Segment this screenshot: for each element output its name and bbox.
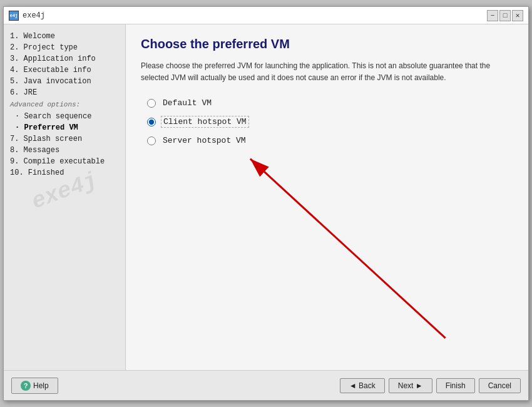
- title-bar: e4j exe4j − □ ✕: [4, 7, 528, 24]
- svg-line-1: [250, 159, 446, 338]
- sidebar-item-preferred-vm[interactable]: · Preferred VM: [4, 122, 125, 133]
- sidebar-item-compile-executable[interactable]: 9. Compile executable: [4, 156, 125, 167]
- watermark-container: exe4j: [4, 178, 125, 210]
- radio-server-hotspot[interactable]: [147, 137, 156, 145]
- sidebar-item-application-info[interactable]: 3. Application info: [4, 53, 125, 64]
- radio-client-hotspot[interactable]: [147, 118, 156, 126]
- title-bar-left: e4j exe4j: [9, 11, 45, 21]
- window-controls: − □ ✕: [487, 10, 523, 21]
- radio-default-vm[interactable]: [147, 99, 156, 108]
- main-window: e4j exe4j − □ ✕ 1. Welcome 2. Project ty…: [3, 6, 529, 401]
- window-title: exe4j: [23, 11, 45, 20]
- advanced-options-label: Advanced options:: [4, 98, 125, 111]
- page-description: Please choose the preferred JVM for laun…: [141, 60, 491, 84]
- radio-item-server-hotspot[interactable]: Server hotspot VM: [147, 135, 513, 146]
- next-button[interactable]: Next ►: [389, 378, 432, 393]
- sidebar-item-executable-info[interactable]: 4. Executable info: [4, 64, 125, 76]
- help-icon: ?: [21, 381, 31, 391]
- radio-label-default-vm: Default VM: [161, 98, 213, 108]
- finish-button[interactable]: Finish: [436, 378, 475, 393]
- radio-item-client-hotspot[interactable]: Client hotspot VM: [147, 116, 513, 128]
- sidebar-item-messages[interactable]: 8. Messages: [4, 145, 125, 156]
- maximize-button[interactable]: □: [499, 10, 511, 21]
- sidebar-item-project-type[interactable]: 2. Project type: [4, 42, 125, 53]
- sidebar-item-welcome[interactable]: 1. Welcome: [4, 31, 125, 42]
- page-title: Choose the preferred VM: [141, 37, 513, 51]
- footer: ? Help ◄ Back Next ► Finish Cancel: [4, 370, 528, 400]
- vm-radio-group: Default VM Client hotspot VM Server hots…: [147, 98, 513, 146]
- sidebar: 1. Welcome 2. Project type 3. Applicatio…: [4, 24, 126, 370]
- help-button[interactable]: ? Help: [11, 378, 58, 394]
- main-panel: Choose the preferred VM Please choose th…: [126, 24, 528, 370]
- sidebar-item-java-invocation[interactable]: 5. Java invocation: [4, 76, 125, 87]
- content-area: 1. Welcome 2. Project type 3. Applicatio…: [4, 24, 528, 370]
- sidebar-item-finished[interactable]: 10. Finished: [4, 167, 125, 178]
- radio-label-client-hotspot: Client hotspot VM: [161, 116, 249, 128]
- radio-label-server-hotspot: Server hotspot VM: [161, 135, 248, 146]
- radio-item-default-vm[interactable]: Default VM: [147, 98, 513, 108]
- cancel-button[interactable]: Cancel: [479, 378, 521, 393]
- close-button[interactable]: ✕: [512, 10, 523, 21]
- app-icon: e4j: [9, 11, 19, 21]
- sidebar-item-splash-screen[interactable]: 7. Splash screen: [4, 133, 125, 145]
- sidebar-item-jre[interactable]: 6. JRE: [4, 87, 125, 98]
- sidebar-item-search-sequence[interactable]: · Search sequence: [4, 111, 125, 122]
- back-button[interactable]: ◄ Back: [340, 378, 385, 393]
- minimize-button[interactable]: −: [487, 10, 498, 21]
